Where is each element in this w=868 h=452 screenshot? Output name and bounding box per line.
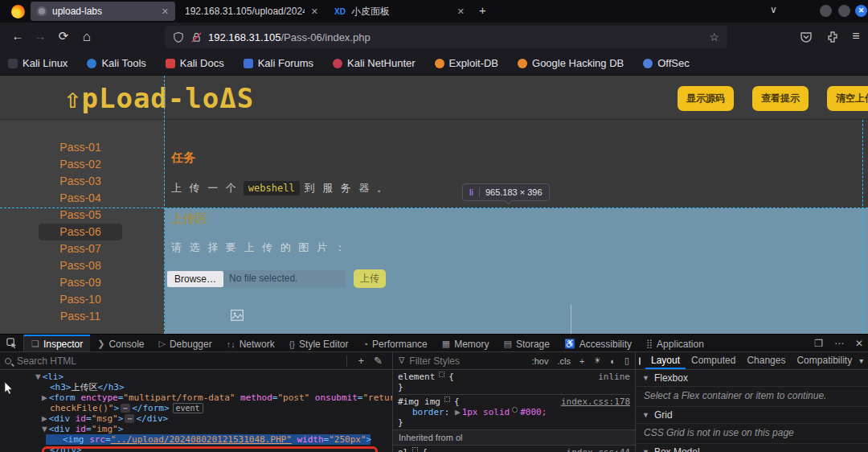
markup-line[interactable]: ▼<div id="img"> bbox=[0, 424, 392, 434]
sidebar-item-pass-02[interactable]: Pass-02 bbox=[39, 156, 122, 173]
markup-line-selected[interactable]: <img src="../upload/202408020121531048.P… bbox=[46, 434, 371, 445]
insecure-lock-icon[interactable] bbox=[191, 31, 202, 43]
firefox-icon[interactable] bbox=[11, 5, 25, 18]
bookmark-star-icon[interactable]: ☆ bbox=[709, 31, 719, 43]
header-action-button[interactable]: 清空上传文件 bbox=[827, 86, 868, 111]
header-action-button[interactable]: 查看提示 bbox=[752, 86, 809, 111]
minimize-button[interactable] bbox=[820, 5, 832, 17]
sidebar-item-pass-11[interactable]: Pass-11 bbox=[39, 308, 122, 325]
selector-highlight-icon[interactable] bbox=[439, 372, 444, 377]
new-node-button[interactable]: + bbox=[358, 355, 365, 367]
add-rule-button[interactable]: + bbox=[579, 356, 584, 366]
devtools-tab-console[interactable]: ❯Console bbox=[90, 335, 151, 351]
devtools-tab-application[interactable]: ⣿Application bbox=[639, 335, 711, 351]
bookmark-item[interactable]: Google Hacking DB bbox=[518, 57, 624, 69]
sidebar-item-pass-09[interactable]: Pass-09 bbox=[39, 274, 122, 291]
markup-line[interactable]: checkFile()">⋯</form>event bbox=[0, 403, 392, 413]
bookmark-item[interactable]: Kali Tools bbox=[87, 57, 145, 69]
devtools-close-icon[interactable]: ✕ bbox=[855, 338, 863, 349]
pick-element-icon[interactable] bbox=[0, 335, 24, 351]
reload-button[interactable]: ⟳ bbox=[55, 29, 72, 43]
pseudo-class-toggle[interactable]: :hov bbox=[532, 356, 549, 366]
header-action-button[interactable]: 显示源码 bbox=[678, 86, 734, 111]
rule-ol-open[interactable]: ol{ index.css:44 bbox=[398, 447, 630, 452]
devtools-tab-performance[interactable]: ◔Performance bbox=[355, 335, 434, 351]
extensions-icon[interactable] bbox=[826, 31, 839, 43]
sidebar-item-pass-06[interactable]: Pass-06 bbox=[39, 224, 122, 240]
sidebar-item-pass-10[interactable]: Pass-10 bbox=[39, 291, 122, 308]
browse-button[interactable]: Browse… bbox=[167, 271, 223, 287]
sidebar-tab-layout[interactable]: Layout bbox=[645, 352, 686, 369]
sidebar-tab-computed[interactable]: Computed bbox=[686, 352, 741, 369]
expand-shorthand-icon[interactable]: ▶ bbox=[455, 407, 461, 417]
layout-section-box-model[interactable]: ▼Box Model bbox=[636, 444, 868, 452]
selector-highlight-icon[interactable] bbox=[444, 397, 450, 402]
devtools-tab-debugger[interactable]: ▷Debugger bbox=[151, 335, 219, 351]
markup-line[interactable]: ▼<li> bbox=[0, 372, 392, 382]
back-button[interactable]: ← bbox=[10, 29, 26, 43]
sidebar-item-pass-05[interactable]: Pass-05 bbox=[39, 207, 122, 224]
url-bar[interactable]: 192.168.31.105/Pass-06/index.php ☆ bbox=[165, 26, 727, 48]
sidebar-item-pass-07[interactable]: Pass-07 bbox=[39, 240, 122, 257]
close-tab-icon[interactable]: ✕ bbox=[162, 6, 169, 17]
light-scheme-icon[interactable]: ☀ bbox=[593, 355, 601, 366]
close-tab-icon[interactable]: ✕ bbox=[311, 6, 318, 17]
sidebar-item-pass-04[interactable]: Pass-04 bbox=[39, 190, 122, 207]
devtools-more-icon[interactable]: ⋯ bbox=[834, 338, 844, 349]
sidebar-item-pass-08[interactable]: Pass-08 bbox=[39, 257, 122, 274]
rule-source-link[interactable]: index.css:178 bbox=[561, 397, 630, 407]
menu-button[interactable]: ≡ bbox=[848, 29, 864, 43]
close-window-button[interactable]: ✕ bbox=[855, 5, 867, 17]
markup-line[interactable]: ▶<form enctype="multipart/form-data" met… bbox=[0, 392, 392, 403]
devtools-tab-style-editor[interactable]: {}Style Editor bbox=[282, 335, 356, 351]
list-tabs-chevron-icon[interactable]: ∨ bbox=[770, 4, 777, 15]
sidebar-tab-compatibility[interactable]: Compatibility bbox=[791, 352, 858, 369]
rule-source-link[interactable]: index.css:44 bbox=[567, 447, 630, 452]
browser-tab[interactable]: XD小皮面板✕ bbox=[328, 2, 471, 21]
sidebar-tabs-overflow-chevron[interactable]: ▾ bbox=[859, 356, 868, 365]
bookmark-item[interactable]: OffSec bbox=[643, 57, 690, 69]
rule-img-open[interactable]: #img img{ index.css:178 bbox=[398, 397, 630, 407]
shield-icon[interactable] bbox=[173, 31, 184, 43]
markup-line[interactable]: <h3>上传区</h3> bbox=[0, 382, 392, 392]
upload-submit-button[interactable]: 上传 bbox=[354, 269, 386, 288]
border-declaration[interactable]: border: ▶1px solid#000; bbox=[398, 407, 630, 417]
layout-section-flexbox[interactable]: ▼Flexbox bbox=[636, 370, 868, 387]
bookmark-item[interactable]: Kali Linux bbox=[8, 57, 68, 69]
pocket-icon[interactable] bbox=[800, 31, 813, 43]
eyedropper-icon[interactable]: ✎ bbox=[374, 355, 383, 367]
selector-highlight-icon[interactable] bbox=[412, 447, 418, 452]
split-console-icon[interactable]: ❐ bbox=[814, 338, 823, 349]
new-tab-button[interactable]: + bbox=[479, 3, 486, 17]
color-swatch[interactable] bbox=[512, 407, 518, 413]
dark-scheme-icon[interactable]: ◐ bbox=[610, 356, 616, 366]
bookmark-item[interactable]: Kali Forums bbox=[244, 57, 313, 69]
filter-styles-placeholder[interactable]: Filter Styles bbox=[409, 355, 460, 367]
sidebar-tab-changes[interactable]: Changes bbox=[741, 352, 791, 369]
devtools-tab-network[interactable]: ↑↓Network bbox=[219, 335, 282, 351]
browser-tab[interactable]: 192.168.31.105/upload/2024✕ bbox=[178, 2, 325, 21]
devtools-tab-inspector[interactable]: ❏Inspector bbox=[24, 335, 90, 351]
collapse-sidebar-icon[interactable] bbox=[639, 357, 641, 365]
bookmark-item[interactable]: Kali Docs bbox=[166, 57, 224, 69]
devtools-tab-accessibility[interactable]: ♿Accessibility bbox=[557, 335, 639, 351]
sidebar-item-pass-01[interactable]: Pass-01 bbox=[39, 139, 122, 156]
file-name-field[interactable]: No file selected. bbox=[223, 270, 346, 287]
maximize-button[interactable] bbox=[838, 5, 850, 17]
bookmark-item[interactable]: Exploit-DB bbox=[435, 57, 498, 69]
html-search-bar[interactable]: Search HTML + ✎ bbox=[0, 352, 392, 370]
forward-button[interactable]: → bbox=[32, 29, 48, 43]
browser-tab[interactable]: upload-labs✕ bbox=[31, 2, 175, 21]
sidebar-item-pass-03[interactable]: Pass-03 bbox=[39, 173, 122, 190]
bookmark-item[interactable]: Kali NetHunter bbox=[333, 57, 416, 69]
close-tab-icon[interactable]: ✕ bbox=[457, 6, 465, 17]
devtools-tab-storage[interactable]: ▤Storage bbox=[497, 335, 557, 351]
url-text[interactable]: 192.168.31.105/Pass-06/index.php bbox=[208, 31, 371, 43]
class-toggle[interactable]: .cls bbox=[557, 356, 571, 366]
home-button[interactable]: ⌂ bbox=[79, 29, 95, 45]
layout-section-grid[interactable]: ▼Grid bbox=[636, 407, 868, 424]
rule-element-open[interactable]: element{ inline bbox=[398, 372, 630, 382]
devtools-tab-memory[interactable]: ▦Memory bbox=[435, 335, 497, 351]
print-sim-icon[interactable]: ▯ bbox=[624, 355, 629, 366]
markup-line[interactable]: ▶<div id="msg">⋯</div> bbox=[0, 413, 392, 424]
